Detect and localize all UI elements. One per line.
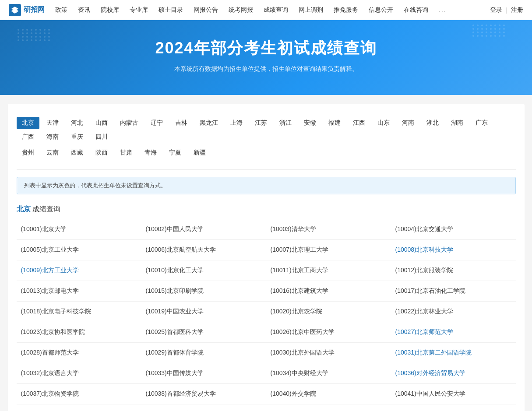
university-cell: (10037)北京物资学院: [17, 384, 141, 404]
region-tab-广西[interactable]: 广西: [17, 131, 39, 143]
university-cell: (10043)北京体育大学: [141, 404, 266, 411]
university-cell: (10045)中央音乐学院: [266, 404, 391, 411]
region-tab-山西[interactable]: 山西: [90, 117, 113, 129]
university-cell: (10040)外交学院: [266, 384, 391, 404]
table-row: (10005)北京工业大学(10006)北京航空航天大学(10007)北京理工大…: [17, 240, 516, 260]
region-tab-黑龙江[interactable]: 黑龙江: [194, 117, 223, 129]
hero-subtitle: 本系统所有数据均为招生单位提供，招生单位对查询结果负责解释。: [0, 65, 532, 73]
region-tab-甘肃[interactable]: 甘肃: [115, 147, 137, 159]
nav-schools[interactable]: 院校库: [101, 6, 119, 14]
region-tab-上海[interactable]: 上海: [225, 117, 248, 129]
university-cell: (10002)中国人民大学: [141, 219, 266, 240]
university-cell: (10042)国际关系学院: [17, 404, 141, 411]
university-cell: (10016)北京建筑大学: [266, 281, 391, 302]
university-cell: (10017)北京石油化工学院: [391, 281, 516, 302]
register-link[interactable]: 注册: [511, 6, 523, 14]
region-tab-安徽[interactable]: 安徽: [299, 117, 321, 129]
university-cell: (10007)北京理工大学: [266, 240, 391, 260]
university-table: (10001)北京大学(10002)中国人民大学(10003)清华大学(1000…: [17, 219, 516, 411]
region-tab-云南[interactable]: 云南: [41, 147, 64, 159]
region-tab-河南[interactable]: 河南: [397, 117, 419, 129]
region-tab-湖北[interactable]: 湖北: [421, 117, 444, 129]
university-cell: (10041)中国人民公安大学: [391, 384, 516, 404]
info-box: 列表中显示为灰色的，代表此招生单位未设置查询方式。: [17, 177, 516, 194]
region-tab-吉林[interactable]: 吉林: [170, 117, 193, 129]
university-cell: (10018)北京电子科技学院: [17, 302, 141, 322]
region-tab-陕西[interactable]: 陕西: [90, 147, 113, 159]
region-tab-西藏[interactable]: 西藏: [66, 147, 88, 159]
nav-policy[interactable]: 政策: [55, 6, 67, 14]
region-tab-新疆[interactable]: 新疆: [188, 147, 211, 159]
university-cell: (10001)北京大学: [17, 219, 141, 240]
nav-links: 政策 资讯 院校库 专业库 硕士目录 网报公告 统考网报 成绩查询 网上调剂 推…: [55, 6, 490, 14]
university-cell: (10022)北京林业大学: [391, 302, 516, 322]
university-link[interactable]: (10008)北京科技大学: [395, 246, 453, 253]
university-link[interactable]: (10031)北京第二外国语学院: [395, 349, 472, 356]
region-tab-广东[interactable]: 广东: [470, 117, 493, 129]
hero-dots-tl: [18, 29, 51, 41]
nav-info-public[interactable]: 信息公开: [369, 6, 393, 14]
region-tab-福建[interactable]: 福建: [323, 117, 346, 129]
info-text: 列表中显示为灰色的，代表此招生单位未设置查询方式。: [24, 182, 166, 189]
region-tab-辽宁[interactable]: 辽宁: [145, 117, 168, 129]
university-cell: (10034)中央财经大学: [266, 363, 391, 384]
nav-auth: 登录 | 注册: [490, 6, 523, 14]
table-row: (10042)国际关系学院(10043)北京体育大学(10045)中央音乐学院(…: [17, 404, 516, 411]
region-tab-海南[interactable]: 海南: [41, 131, 64, 143]
university-cell: (10010)北京化工大学: [141, 260, 266, 281]
table-row: (10009)北方工业大学(10010)北京化工大学(10011)北京工商大学(…: [17, 260, 516, 281]
university-link[interactable]: (10027)北京师范大学: [395, 328, 453, 335]
region-tab-河北[interactable]: 河北: [66, 117, 88, 129]
university-cell: (10033)中国传媒大学: [141, 363, 266, 384]
region-tab-重庆[interactable]: 重庆: [66, 131, 88, 143]
university-cell: (10012)北京服装学院: [391, 260, 516, 281]
navigation: 研招网 政策 资讯 院校库 专业库 硕士目录 网报公告 统考网报 成绩查询 网上…: [0, 0, 532, 20]
region-tab-宁夏[interactable]: 宁夏: [164, 147, 187, 159]
nav-exempt[interactable]: 推免服务: [334, 6, 358, 14]
university-cell: (10005)北京工业大学: [17, 240, 141, 260]
nav-majors[interactable]: 专业库: [130, 6, 148, 14]
region-tab-山东[interactable]: 山东: [372, 117, 395, 129]
region-tab-贵州[interactable]: 贵州: [17, 147, 39, 159]
university-cell: (10004)北京交通大学: [391, 219, 516, 240]
nav-exam-report[interactable]: 统考网报: [229, 6, 253, 14]
university-link[interactable]: (10036)对外经济贸易大学: [395, 369, 465, 376]
region-tab-浙江[interactable]: 浙江: [274, 117, 297, 129]
region-tab-江西[interactable]: 江西: [348, 117, 370, 129]
logo-text: 研招网: [24, 5, 45, 14]
region-tab-江苏[interactable]: 江苏: [250, 117, 272, 129]
university-cell: (10030)北京外国语大学: [266, 343, 391, 363]
logo[interactable]: 研招网: [9, 4, 45, 16]
university-cell: (10026)北京中医药大学: [266, 322, 391, 343]
section-header: 北京 成绩查询: [17, 201, 516, 219]
region-tabs: 北京天津河北山西内蒙古辽宁吉林黑龙江上海江苏浙江安徽福建江西山东河南湖北湖南广东…: [17, 112, 516, 170]
nav-consult[interactable]: 在线咨询: [404, 6, 428, 14]
section-region: 北京: [17, 205, 31, 213]
nav-report-notice[interactable]: 网报公告: [194, 6, 218, 14]
region-tab-北京[interactable]: 北京: [17, 117, 39, 129]
table-row: (10001)北京大学(10002)中国人民大学(10003)清华大学(1000…: [17, 219, 516, 240]
login-link[interactable]: 登录: [490, 6, 502, 14]
table-row: (10018)北京电子科技学院(10019)中国农业大学(10020)北京农学院…: [17, 302, 516, 322]
university-cell: (10046)中国音乐学院: [391, 404, 516, 411]
university-cell: (10015)北京印刷学院: [141, 281, 266, 302]
region-tab-青海[interactable]: 青海: [139, 147, 162, 159]
hero-dots-tr: [472, 25, 506, 37]
university-cell: (10036)对外经济贸易大学: [391, 363, 516, 384]
table-row: (10028)首都师范大学(10029)首都体育学院(10030)北京外国语大学…: [17, 343, 516, 363]
university-cell: (10003)清华大学: [266, 219, 391, 240]
nav-catalog[interactable]: 硕士目录: [159, 6, 183, 14]
region-tab-天津[interactable]: 天津: [41, 117, 64, 129]
auth-divider: |: [506, 7, 507, 14]
nav-adjustment[interactable]: 网上调剂: [299, 6, 323, 14]
university-cell: (10013)北京邮电大学: [17, 281, 141, 302]
region-tab-湖南[interactable]: 湖南: [446, 117, 469, 129]
university-link[interactable]: (10009)北方工业大学: [21, 267, 79, 274]
nav-score-query[interactable]: 成绩查询: [264, 6, 288, 14]
region-tab-内蒙古[interactable]: 内蒙古: [115, 117, 144, 129]
region-row-1: 北京天津河北山西内蒙古辽宁吉林黑龙江上海江苏浙江安徽福建江西山东河南湖北湖南广东…: [17, 117, 516, 143]
nav-more[interactable]: ...: [439, 7, 447, 14]
university-cell: (10023)北京协和医学院: [17, 322, 141, 343]
region-tab-四川[interactable]: 四川: [90, 131, 113, 143]
nav-news[interactable]: 资讯: [78, 6, 90, 14]
